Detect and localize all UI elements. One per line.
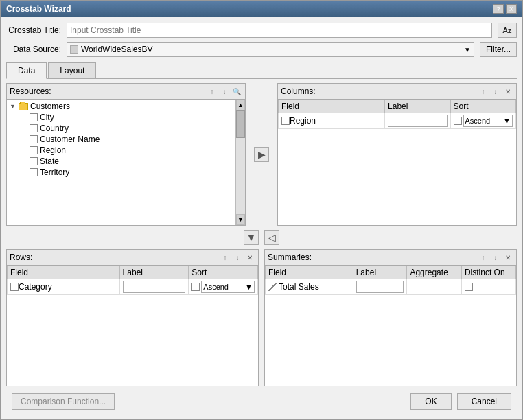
col-sort-arrow: ▼ (503, 117, 511, 125)
title-input[interactable] (67, 23, 492, 38)
rows-down-icon[interactable]: ↓ (232, 252, 243, 263)
col-sort-value: Ascend (465, 117, 491, 125)
ok-button[interactable]: OK (410, 393, 451, 410)
columns-down-icon[interactable]: ↓ (490, 86, 501, 97)
tree-item-country[interactable]: Country (19, 123, 234, 134)
tree-checkbox-territory[interactable] (30, 168, 38, 176)
crosstab-wizard-dialog: Crosstab Wizard ? X Crosstab Title: Az D… (0, 0, 523, 420)
tree-label-customer-name: Customer Name (40, 135, 100, 144)
resources-actions: ↑ ↓ 🔍 (207, 86, 242, 97)
filter-button[interactable]: Filter... (480, 42, 517, 57)
middle-section-arrows: ▼ ◁ (6, 229, 517, 246)
tree-item-territory[interactable]: Territory (19, 167, 234, 178)
tab-layout[interactable]: Layout (48, 62, 96, 78)
col-label-input[interactable] (388, 115, 447, 127)
sum-distinct-checkbox[interactable] (465, 283, 473, 291)
tree-label-city: City (40, 113, 54, 122)
resources-down-icon[interactable]: ↓ (219, 86, 230, 97)
scrollbar-thumb[interactable] (236, 110, 245, 138)
rows-label-input[interactable] (123, 281, 186, 293)
tab-data[interactable]: Data (6, 62, 47, 79)
rows-row-0: Category (8, 279, 258, 295)
columns-field-0: Region (279, 113, 385, 129)
col-sort-checkbox[interactable] (454, 117, 462, 125)
tree-checkbox-state[interactable] (30, 157, 38, 165)
resources-title: Resources: (10, 86, 51, 96)
rows-sort-checkbox[interactable] (191, 283, 200, 291)
rows-row-checkbox[interactable] (10, 283, 19, 291)
dialog-title: Crosstab Wizard (6, 4, 71, 14)
az-button[interactable]: Az (498, 23, 517, 38)
move-up-button[interactable]: ◁ (264, 230, 279, 245)
rows-header: Rows: ↑ ↓ ✕ (7, 250, 258, 266)
tree-checkbox-customer-name[interactable] (30, 135, 38, 143)
resources-up-icon[interactable]: ↑ (207, 86, 218, 97)
tree-root-label: Customers (30, 102, 70, 111)
rows-sort-0: Ascend ▼ (189, 279, 258, 295)
rows-col-sort: Sort (189, 266, 258, 279)
resources-search-icon[interactable]: 🔍 (231, 86, 242, 97)
col-sort-dropdown[interactable]: Ascend ▼ (463, 115, 513, 127)
middle-arrows-top: ▶ (251, 83, 272, 226)
rows-close-icon[interactable]: ✕ (244, 252, 255, 263)
tree-item-state[interactable]: State (19, 156, 234, 167)
rows-field-name: Category (19, 282, 52, 292)
title-row: Crosstab Title: Az (6, 23, 517, 38)
move-right-button[interactable]: ▶ (254, 147, 269, 162)
sum-label-0 (353, 279, 407, 295)
tree-checkbox-country[interactable] (30, 124, 38, 132)
rows-sort-dropdown[interactable]: Ascend ▼ (201, 281, 255, 293)
col-header-sort: Sort (450, 100, 515, 113)
bottom-panels: Rows: ↑ ↓ ✕ Field Label (6, 249, 517, 386)
tree-expand-icon: ▼ (10, 103, 16, 110)
summaries-actions: ↑ ↓ ✕ (478, 252, 513, 263)
resources-panel: Resources: ↑ ↓ 🔍 ▼ (6, 83, 246, 226)
summaries-table: Field Label Aggregate Distinct On (265, 266, 516, 295)
columns-close-icon[interactable]: ✕ (502, 86, 513, 97)
move-down-button[interactable]: ▼ (244, 230, 259, 245)
sum-aggregate-0 (407, 279, 462, 295)
sum-col-label: Label (353, 266, 407, 279)
rows-grid: Field Label Sort (7, 266, 258, 386)
rows-up-icon[interactable]: ↑ (220, 252, 231, 263)
sum-distinct-0 (461, 279, 515, 295)
tree-checkbox-region[interactable] (30, 146, 38, 154)
summaries-down-icon[interactable]: ↓ (490, 252, 501, 263)
columns-title: Columns: (281, 86, 316, 96)
rows-col-field: Field (8, 266, 120, 279)
columns-panel: Columns: ↑ ↓ ✕ Field Label (277, 83, 517, 226)
cancel-button[interactable]: Cancel (457, 393, 511, 410)
sum-col-distinct: Distinct On (461, 266, 515, 279)
datasource-label: Data Source: (6, 45, 61, 54)
datasource-select[interactable]: WorldWideSalesBV ▼ (67, 42, 474, 57)
col-field-name: Region (290, 116, 316, 126)
main-area: Resources: ↑ ↓ 🔍 ▼ (6, 83, 517, 414)
columns-up-icon[interactable]: ↑ (478, 86, 489, 97)
title-label: Crosstab Title: (6, 25, 61, 35)
comparison-function-button[interactable]: Comparison Function... (12, 393, 115, 410)
tree-checkbox-city[interactable] (30, 113, 38, 121)
summaries-up-icon[interactable]: ↑ (478, 252, 489, 263)
columns-row-0: Region (279, 113, 516, 129)
columns-sort-0: Ascend ▼ (450, 113, 515, 129)
summaries-row-0: Total Sales (266, 279, 516, 295)
help-button[interactable]: ? (493, 4, 504, 14)
title-bar: Crosstab Wizard ? X (1, 1, 522, 17)
scrollbar-down-arrow[interactable]: ▼ (236, 214, 245, 225)
col-header-field: Field (279, 100, 385, 113)
columns-actions: ↑ ↓ ✕ (478, 86, 513, 97)
columns-header: Columns: ↑ ↓ ✕ (278, 84, 516, 100)
sum-field-icon (268, 283, 277, 291)
col-row-checkbox[interactable] (281, 117, 290, 125)
tree-item-customer-name[interactable]: Customer Name (19, 134, 234, 145)
summaries-close-icon[interactable]: ✕ (502, 252, 513, 263)
summaries-grid: Field Label Aggregate Distinct On (265, 266, 516, 386)
close-button[interactable]: X (506, 4, 517, 14)
sum-label-input[interactable] (356, 281, 404, 293)
tree-root-node[interactable]: ▼ Customers (8, 101, 234, 112)
tree-item-city[interactable]: City (19, 112, 234, 123)
resources-tree-content: ▼ Customers City (7, 100, 245, 225)
tree-item-region[interactable]: Region (19, 145, 234, 156)
scrollbar-up-arrow[interactable]: ▲ (236, 100, 245, 110)
resources-scrollbar[interactable]: ▲ ▼ (235, 100, 245, 225)
